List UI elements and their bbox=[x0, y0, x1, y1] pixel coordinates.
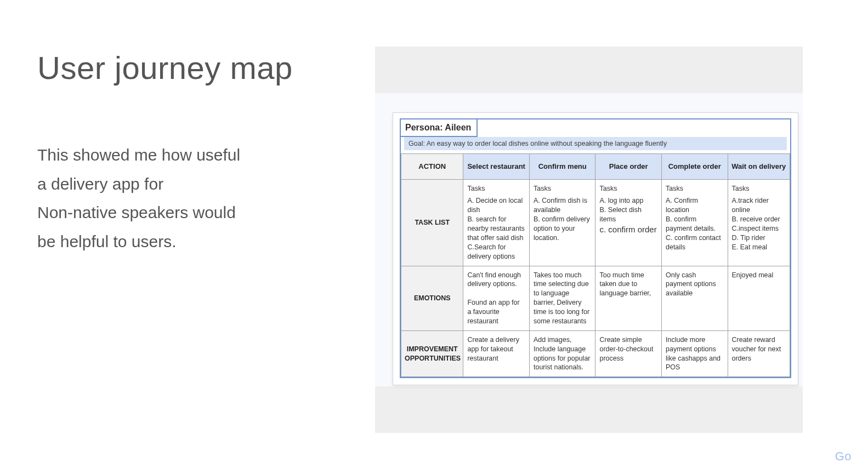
cell-task-c1: Tasks A. Decide on local dish B. search … bbox=[463, 179, 530, 266]
cell-text: A. Decide on local dish B. search for ne… bbox=[467, 197, 524, 260]
cell-text: A. Confirm dish is available B. confirm … bbox=[534, 197, 590, 242]
page-title: User journey map bbox=[37, 49, 344, 86]
col-confirm-menu: Confirm menu bbox=[529, 154, 595, 180]
goal-text: Goal: An easy way to order local dishes … bbox=[404, 137, 787, 150]
table-header-row: ACTION Select restaurant Confirm menu Pl… bbox=[401, 154, 790, 180]
persona-label: Persona: Aileen bbox=[401, 119, 478, 137]
footer-watermark: Go bbox=[835, 449, 852, 464]
tasks-label: Tasks bbox=[732, 184, 786, 193]
cell-task-c3: Tasks A. log into app B. Select dish ite… bbox=[595, 179, 662, 266]
row-improvement: IMPROVEMENT OPPORTUNITIES Create a deliv… bbox=[401, 330, 790, 377]
rowhead-improvement: IMPROVEMENT OPPORTUNITIES bbox=[401, 330, 463, 377]
rowhead-task-list: TASK LIST bbox=[401, 179, 463, 266]
body-line: a delivery app for bbox=[37, 170, 344, 199]
col-select-restaurant: Select restaurant bbox=[463, 154, 530, 180]
tasks-label: Tasks bbox=[666, 184, 724, 193]
body-line: This showed me how useful bbox=[37, 141, 344, 170]
cell-emotion-c5: Enjoyed meal bbox=[728, 266, 790, 330]
cell-improve-c3: Create simple order-to-checkout process bbox=[595, 330, 662, 377]
cell-emotion-c3: Too much time taken due to language barr… bbox=[595, 266, 662, 330]
row-emotions: EMOTIONS Can't find enough delivery opti… bbox=[401, 266, 790, 330]
cell-emotion-c2: Takes too much time selecting due to lan… bbox=[529, 266, 595, 330]
tasks-label: Tasks bbox=[467, 184, 525, 193]
cell-text: c. confirm order bbox=[599, 225, 656, 234]
col-complete-order: Complete order bbox=[661, 154, 728, 180]
slide-stage: User journey map This showed me how usef… bbox=[0, 0, 868, 468]
body-line: be helpful to users. bbox=[37, 227, 344, 256]
cell-emotion-c1: Can't find enough delivery options. Foun… bbox=[463, 266, 530, 330]
journey-map-card: Persona: Aileen Goal: An easy way to ord… bbox=[393, 112, 798, 385]
cell-text: A. log into app bbox=[599, 197, 643, 204]
col-wait-delivery: Wait on delivery bbox=[728, 154, 790, 180]
cell-improve-c4: Include more payment options like cashap… bbox=[661, 330, 728, 377]
persona-header: Persona: Aileen Goal: An easy way to ord… bbox=[401, 119, 790, 150]
cell-task-c4: Tasks A. Confirm location B. confirm pay… bbox=[661, 179, 728, 266]
cell-text: A. Confirm location B. confirm payment d… bbox=[666, 197, 721, 250]
cell-improve-c2: Add images, Include language options for… bbox=[529, 330, 595, 377]
cell-task-c2: Tasks A. Confirm dish is available B. co… bbox=[529, 179, 595, 266]
cell-task-c5: Tasks A.track rider online B. receive or… bbox=[728, 179, 790, 266]
cell-text: B. Select dish items bbox=[599, 206, 641, 223]
left-column: User journey map This showed me how usef… bbox=[37, 49, 344, 256]
col-action: ACTION bbox=[401, 154, 463, 180]
body-text: This showed me how useful a delivery app… bbox=[37, 141, 344, 256]
cell-emotion-c4: Only cash payment options available bbox=[661, 266, 728, 330]
col-place-order: Place order bbox=[595, 154, 662, 180]
cell-improve-c5: Create reward voucher for next orders bbox=[728, 330, 790, 377]
journey-table: ACTION Select restaurant Confirm menu Pl… bbox=[401, 153, 790, 377]
body-line: Non-native speakers would bbox=[37, 198, 344, 227]
cell-text: A.track rider online B. receive order C.… bbox=[732, 197, 780, 250]
row-task-list: TASK LIST Tasks A. Decide on local dish … bbox=[401, 179, 790, 266]
tasks-label: Tasks bbox=[599, 184, 657, 193]
journey-map-inner: Persona: Aileen Goal: An easy way to ord… bbox=[400, 118, 791, 378]
tasks-label: Tasks bbox=[534, 184, 592, 193]
cell-improve-c1: Create a delivery app for takeout restau… bbox=[463, 330, 530, 377]
rowhead-emotions: EMOTIONS bbox=[401, 266, 463, 330]
